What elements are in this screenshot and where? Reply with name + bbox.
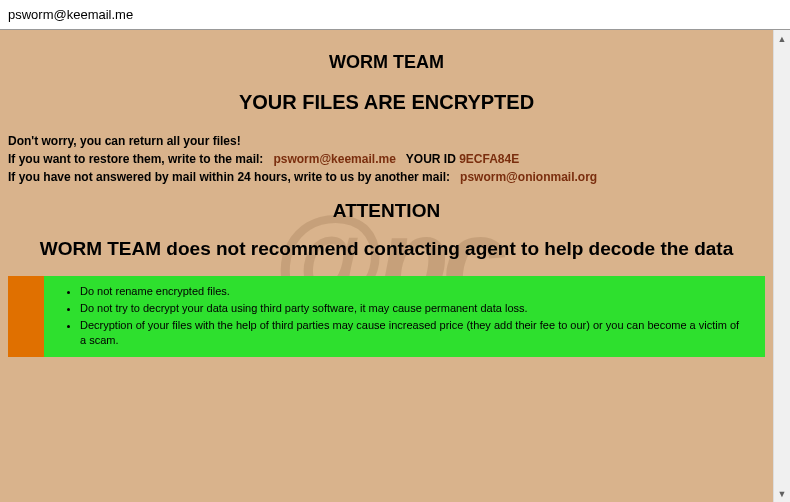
info-line3-text: If you have not answered by mail within … (8, 170, 450, 184)
heading-recommend: WORM TEAM does not recommend contacting … (8, 238, 765, 260)
content-wrapper: @pc risk.com WORM TEAM YOUR FILES ARE EN… (0, 30, 790, 502)
info-line2-text: If you want to restore them, write to th… (8, 152, 263, 166)
document-body: @pc risk.com WORM TEAM YOUR FILES ARE EN… (0, 30, 773, 502)
info-line2: If you want to restore them, write to th… (8, 150, 765, 168)
warning-item: Do not try to decrypt your data using th… (80, 301, 747, 316)
warning-list-container: Do not rename encrypted files. Do not tr… (44, 276, 765, 357)
warning-item: Do not rename encrypted files. (80, 284, 747, 299)
vertical-scrollbar[interactable]: ▲ ▼ (773, 30, 790, 502)
window-title: psworm@keemail.me (8, 7, 133, 22)
scroll-up-button[interactable]: ▲ (774, 30, 790, 47)
info-line3: If you have not answered by mail within … (8, 168, 765, 186)
info-block: Don't worry, you can return all your fil… (8, 132, 765, 186)
info-line1: Don't worry, you can return all your fil… (8, 132, 765, 150)
heading-encrypted: YOUR FILES ARE ENCRYPTED (8, 91, 765, 114)
yourid-value: 9ECFA84E (459, 152, 519, 166)
heading-team: WORM TEAM (8, 52, 765, 73)
yourid-label: YOUR ID (406, 152, 456, 166)
email-primary: psworm@keemail.me (273, 152, 395, 166)
warning-item: Decryption of your files with the help o… (80, 318, 747, 348)
email-secondary: psworm@onionmail.org (460, 170, 597, 184)
window-titlebar: psworm@keemail.me (0, 0, 790, 30)
scroll-down-button[interactable]: ▼ (774, 485, 790, 502)
heading-attention: ATTENTION (8, 200, 765, 222)
warning-bar: Do not rename encrypted files. Do not tr… (8, 276, 765, 357)
warning-accent (8, 276, 44, 357)
